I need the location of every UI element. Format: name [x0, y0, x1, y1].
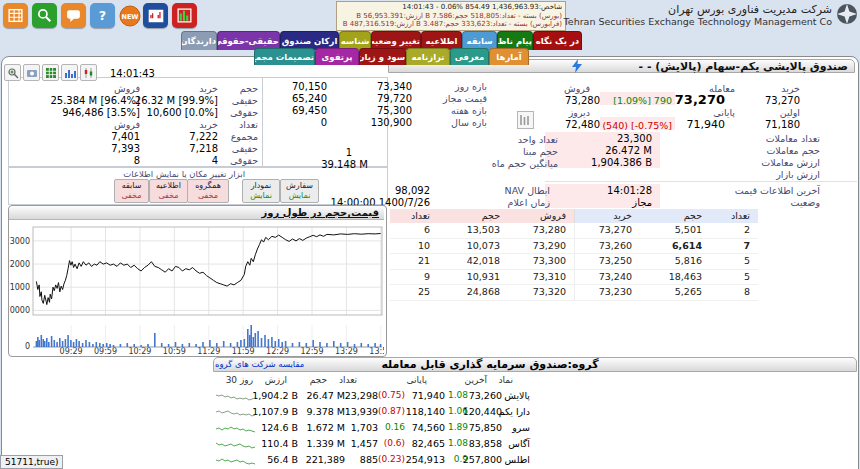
instrument-title: صندوق پالایشی یکم-سهام (پالایش) - - — [638, 60, 848, 73]
tsetmc-page: شاخص:1,436,963.93 854.49 %0.06 - 14:01:4… — [0, 0, 860, 469]
heatmap-icon[interactable] — [172, 3, 197, 28]
brand: شرکت مدیریت فناوری بورس تهران Tehran Sec… — [432, 3, 832, 27]
group-volume: 1.339 M — [307, 438, 345, 449]
snapshot-icon[interactable] — [23, 64, 40, 81]
group-header-4: حجم — [310, 375, 327, 385]
tab-row2-1[interactable]: معرفی — [450, 48, 489, 65]
sparkline-30d — [216, 422, 256, 435]
tab-row2-5[interactable]: تصمیمات مجمع — [254, 48, 315, 65]
ob-row-4[interactable]: 2524,86873,32073,2305,2658 — [390, 285, 758, 301]
ob-cell: 7 — [710, 239, 758, 254]
price-history-icon[interactable] — [517, 111, 534, 129]
tab-row2-4[interactable]: پرتفوی — [315, 48, 359, 65]
group-symbol[interactable]: دارا یکم — [499, 406, 530, 417]
yesterday-price: 72,480 — [565, 119, 600, 130]
ob-cell: 5,816 — [640, 254, 710, 269]
help-icon[interactable]: ? — [90, 3, 115, 28]
group-close: 74,560 — [412, 422, 445, 433]
ob-cell: 6,614 — [640, 239, 710, 254]
zoom-icon[interactable] — [4, 64, 21, 81]
tool-toggle-3[interactable]: اطلاعیهمخفی — [149, 179, 188, 203]
group-count: 23,298 — [345, 390, 378, 401]
nav-value-0: 98,092 — [395, 185, 430, 196]
group-close-pct: (0.23) — [378, 454, 405, 464]
ct-sell: 7,393 — [111, 143, 140, 154]
nav-label-0: NAV ابطال — [505, 185, 550, 196]
svg-text:71000: 71000 — [9, 283, 30, 292]
yesterday-label: دیروز — [569, 107, 590, 118]
tab-row2-0[interactable]: آمارها — [489, 48, 529, 65]
group-last: 75,850 — [469, 422, 502, 433]
ob-cell: 6 — [390, 223, 438, 238]
candlestick-icon[interactable] — [80, 64, 97, 81]
new-badge-icon[interactable]: NEW — [117, 3, 142, 28]
messages-icon[interactable] — [61, 3, 86, 28]
ob-row-3[interactable]: 910,93173,31073,24018,4635 — [390, 270, 758, 286]
group-count: 1,457 — [351, 438, 378, 449]
ob-header-1: حجم — [438, 209, 508, 223]
group-close: 71,940 — [412, 390, 445, 401]
ob-cell: 5,265 — [640, 285, 710, 300]
range-high-3: 130,900 — [371, 117, 412, 128]
buy-price: 73,270 — [765, 95, 800, 106]
group-symbol[interactable]: آگاس — [508, 438, 530, 449]
svg-text:12:59: 12:59 — [300, 347, 323, 355]
market-watch-icon[interactable] — [3, 3, 28, 28]
group-symbol[interactable]: پالایش — [504, 390, 530, 401]
tool-toggle-4[interactable]: سابقهمخفی — [114, 179, 149, 203]
ct-sell: فروش — [114, 119, 140, 130]
group-value: 1,904.2 B — [252, 390, 298, 401]
last-trade-price: 73,270 — [675, 92, 725, 107]
midstat-value-1: 1 — [346, 147, 352, 158]
group-close: 82,465 — [412, 438, 445, 449]
group-close: 254,913 — [406, 454, 445, 465]
ob-cell: 5 — [710, 254, 758, 269]
ct-label: حقوقی — [230, 107, 258, 118]
ob-header-2: فروش — [508, 209, 574, 223]
ob-cell: 8 — [710, 285, 758, 300]
compare-group-link[interactable]: مقایسه شرکت های گروه — [215, 359, 304, 369]
search-icon[interactable] — [32, 3, 57, 28]
ct-buy: خرید — [199, 119, 218, 130]
realtime-bolt-icon — [572, 59, 582, 73]
svg-text:12:29: 12:29 — [266, 347, 289, 355]
group-symbol[interactable]: اطلس — [505, 454, 530, 465]
ob-row-2[interactable]: 2142,01873,30073,2505,8165 — [390, 254, 758, 270]
ob-cell: 42,018 — [438, 254, 508, 269]
tool-toggle-1[interactable]: نمودارنمایش — [242, 179, 280, 203]
tab-row1-0[interactable]: در یک نگاه — [533, 31, 582, 50]
ob-cell: 73,310 — [508, 270, 574, 285]
sparkline-30d — [216, 454, 256, 467]
tab-row2-3[interactable]: سود و زیان — [359, 48, 406, 65]
tool-toggle-0[interactable]: سفارشنمایش — [280, 179, 319, 203]
tool-toggle-2[interactable]: همگروهمخفی — [187, 179, 229, 203]
ob-row-1[interactable]: 1010,07373,29073,2606,6147 — [390, 239, 758, 255]
close-price: 71,940 — [687, 118, 726, 131]
svg-text:09:29: 09:29 — [60, 347, 83, 355]
svg-text:10:59: 10:59 — [163, 347, 186, 355]
export-excel-icon[interactable] — [42, 64, 59, 81]
nav-label-1: زمان اعلام — [508, 197, 550, 208]
range-high-1: 79,720 — [377, 93, 412, 104]
bar-chart-icon[interactable] — [61, 64, 78, 81]
order-book-table: تعدادحجمفروشخریدحجمتعداد613,50373,28073,… — [390, 209, 758, 301]
ob-cell: 73,280 — [508, 223, 574, 238]
range-label-1: قیمت مجاز — [443, 93, 487, 104]
group-last-pct: 0.9 — [454, 454, 468, 464]
ob-row-0[interactable]: 613,50373,28073,2705,5012 — [390, 223, 758, 239]
group-close-pct: 0.16 — [385, 422, 405, 432]
ob-cell: 5,501 — [640, 223, 710, 238]
ob-cell: 73,230 — [574, 285, 640, 300]
reports-icon[interactable] — [143, 3, 168, 28]
ct-buy: خرید — [199, 83, 218, 94]
tab-row1-8[interactable]: دارندگان — [181, 31, 217, 50]
ct-buy: 10,600 [0.0%] — [147, 107, 218, 118]
trade-change: [1.09%] 790 — [613, 95, 672, 106]
group-symbol[interactable]: سرو — [512, 422, 530, 433]
ob-cell: 25 — [390, 285, 438, 300]
sell-label: فروش — [564, 83, 590, 94]
divider — [545, 181, 857, 182]
tab-row2-2[interactable]: ترازنامه — [406, 48, 450, 65]
stat-value-0: 23,300 — [617, 133, 652, 144]
ct-sell: 8 — [134, 155, 140, 166]
